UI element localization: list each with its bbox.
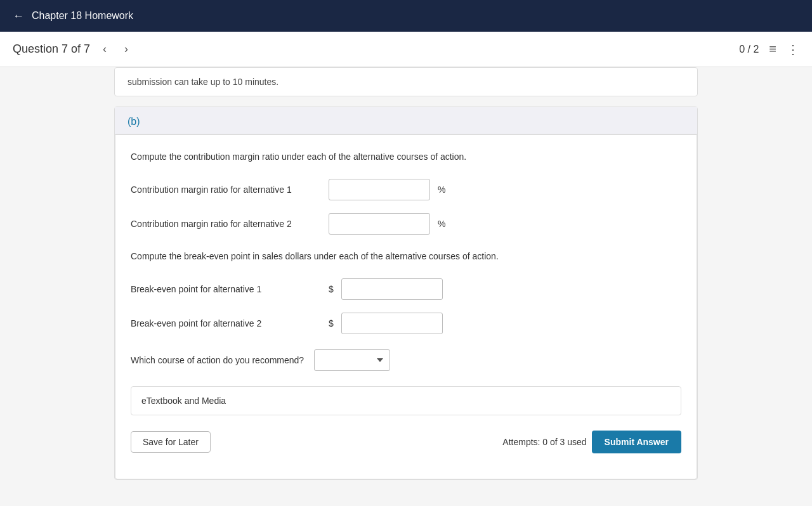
cm-alt1-row: Contribution margin ratio for alternativ…: [131, 179, 681, 200]
next-question-button[interactable]: ›: [119, 40, 133, 58]
part-b-label: (b): [115, 107, 697, 134]
cm-alt2-unit: %: [438, 219, 445, 229]
prev-question-button[interactable]: ‹: [98, 40, 112, 58]
cm-alt2-input[interactable]: [329, 213, 430, 235]
etextbook-bar: eTextbook and Media: [131, 386, 681, 415]
course-action-row: Which course of action do you recommend?…: [131, 349, 681, 371]
more-options-icon[interactable]: ⋮: [787, 42, 799, 57]
attempts-display: Attempts: 0 of 3 used: [502, 437, 586, 447]
cm-alt1-unit: %: [438, 185, 445, 195]
back-button[interactable]: ←: [13, 10, 24, 23]
cm-alt1-input[interactable]: [329, 179, 430, 200]
question-block: Compute the contribution margin ratio un…: [115, 134, 697, 479]
sub-header: Question 7 of 7 ‹ › 0 / 2 ≡ ⋮: [0, 32, 812, 67]
save-later-button[interactable]: Save for Later: [131, 431, 211, 453]
section2-instruction: Compute the break-even point in sales do…: [131, 250, 681, 263]
be-alt2-label: Break-even point for alternative 2: [131, 318, 321, 328]
info-banner: submission can take up to 10 minutes.: [114, 67, 698, 96]
section1-instruction: Compute the contribution margin ratio un…: [131, 150, 681, 164]
be-alt1-row: Break-even point for alternative 1 $: [131, 278, 681, 300]
be-alt1-input[interactable]: [341, 278, 443, 300]
be-alt1-label: Break-even point for alternative 1: [131, 284, 321, 294]
be-alt2-input[interactable]: [341, 313, 443, 334]
etextbook-label: eTextbook and Media: [141, 396, 226, 406]
score-display: 0 / 2: [739, 44, 759, 55]
cm-alt2-label: Contribution margin ratio for alternativ…: [131, 219, 321, 229]
nav-title: Chapter 18 Homework: [32, 10, 133, 22]
part-b-container: (b) Compute the contribution margin rati…: [114, 107, 698, 480]
course-action-label: Which course of action do you recommend?: [131, 355, 304, 365]
be-alt1-dollar: $: [329, 284, 334, 294]
be-alt2-dollar: $: [329, 318, 334, 328]
cm-alt2-row: Contribution margin ratio for alternativ…: [131, 213, 681, 235]
be-alt2-row: Break-even point for alternative 2 $: [131, 313, 681, 334]
footer-actions: Save for Later Attempts: 0 of 3 used Sub…: [131, 425, 681, 458]
cm-alt1-label: Contribution margin ratio for alternativ…: [131, 185, 321, 195]
submit-answer-button[interactable]: Submit Answer: [592, 431, 681, 453]
main-content: submission can take up to 10 minutes. (b…: [102, 67, 710, 506]
list-icon[interactable]: ≡: [769, 42, 776, 56]
question-progress: Question 7 of 7: [13, 42, 90, 56]
info-text: submission can take up to 10 minutes.: [128, 77, 278, 87]
course-action-dropdown[interactable]: Alternative 1 Alternative 2: [314, 349, 390, 371]
top-navigation: ← Chapter 18 Homework: [0, 0, 812, 32]
